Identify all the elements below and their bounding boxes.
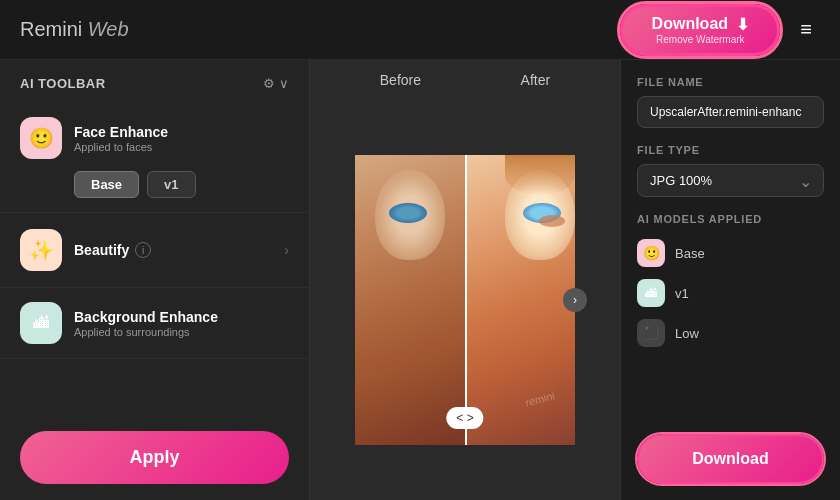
logo: Remini Web bbox=[20, 18, 129, 41]
file-type-select[interactable]: JPG 100% JPG 80% PNG WEBP bbox=[637, 164, 824, 197]
face-enhance-tool: 🙂 Face Enhance Applied to faces Base v1 bbox=[0, 103, 309, 213]
ai-toolbar-header: AI TOOLBAR ⚙ ∨ bbox=[0, 60, 309, 103]
beautify-icon: ✨ bbox=[20, 229, 62, 271]
sidebar: AI TOOLBAR ⚙ ∨ 🙂 Face Enhance Applied to… bbox=[0, 60, 310, 500]
beautify-arrow-icon: › bbox=[284, 242, 289, 258]
beautify-name: Beautify bbox=[74, 242, 129, 258]
background-enhance-tool: 🏙 Background Enhance Applied to surround… bbox=[0, 288, 309, 359]
before-label: Before bbox=[380, 72, 421, 88]
settings-chevron: ∨ bbox=[279, 76, 289, 91]
version-base-button[interactable]: Base bbox=[74, 171, 139, 198]
before-after-labels: Before After bbox=[310, 60, 620, 100]
download-icon: ⬇ bbox=[736, 15, 749, 34]
model-low-name: Low bbox=[675, 326, 699, 341]
before-image bbox=[355, 155, 465, 445]
beautify-info-button[interactable]: i bbox=[135, 242, 151, 258]
right-panel: FILE NAME UpscalerAfter.remini-enhanc FI… bbox=[620, 60, 840, 500]
face-enhance-header: 🙂 Face Enhance Applied to faces bbox=[20, 117, 289, 159]
image-area: Before After bbox=[310, 60, 620, 500]
logo-sub: Web bbox=[82, 18, 128, 40]
divider-handle[interactable]: < > bbox=[446, 407, 483, 429]
model-v1-name: v1 bbox=[675, 286, 689, 301]
ai-models-section: AI MODELS APPLIED 🙂 Base 🏙 v1 ⬛ Low bbox=[637, 213, 824, 418]
file-type-label: FILE TYPE bbox=[637, 144, 824, 156]
beautify-tool: ✨ Beautify i › bbox=[0, 213, 309, 288]
after-label: After bbox=[521, 72, 551, 88]
download-header-button[interactable]: Download ⬇ Remove Watermark bbox=[620, 4, 780, 56]
face-enhance-info: Face Enhance Applied to faces bbox=[74, 124, 289, 153]
face-enhance-name: Face Enhance bbox=[74, 124, 289, 140]
model-base-name: Base bbox=[675, 246, 705, 261]
model-v1: 🏙 v1 bbox=[637, 273, 824, 313]
main-layout: AI TOOLBAR ⚙ ∨ 🙂 Face Enhance Applied to… bbox=[0, 60, 840, 500]
ai-models-label: AI MODELS APPLIED bbox=[637, 213, 824, 225]
expand-button[interactable]: › bbox=[563, 288, 587, 312]
background-enhance-header: 🏙 Background Enhance Applied to surround… bbox=[20, 302, 289, 344]
image-container: › < > remini bbox=[310, 100, 620, 500]
file-name-input[interactable]: UpscalerAfter.remini-enhanc bbox=[637, 96, 824, 128]
apply-label: Apply bbox=[129, 447, 179, 467]
version-buttons: Base v1 bbox=[74, 171, 289, 198]
model-base: 🙂 Base bbox=[637, 233, 824, 273]
background-enhance-icon: 🏙 bbox=[20, 302, 62, 344]
download-header-label: Download ⬇ bbox=[652, 15, 749, 34]
model-base-icon: 🙂 bbox=[637, 239, 665, 267]
header-actions: Download ⬇ Remove Watermark ≡ bbox=[620, 4, 820, 56]
file-name-label: FILE NAME bbox=[637, 76, 824, 88]
model-low: ⬛ Low bbox=[637, 313, 824, 353]
header: Remini Web Download ⬇ Remove Watermark ≡ bbox=[0, 0, 840, 60]
file-type-wrapper: JPG 100% JPG 80% PNG WEBP bbox=[637, 164, 824, 197]
divider-line bbox=[465, 155, 467, 445]
face-enhance-icon: 🙂 bbox=[20, 117, 62, 159]
download-bottom-button[interactable]: Download bbox=[637, 434, 824, 484]
background-enhance-sub: Applied to surroundings bbox=[74, 326, 289, 338]
download-text: Download bbox=[652, 15, 728, 33]
logo-main: Remini bbox=[20, 18, 82, 40]
beautify-info: Beautify i bbox=[74, 242, 272, 258]
apply-section: Apply bbox=[0, 415, 309, 500]
model-v1-icon: 🏙 bbox=[637, 279, 665, 307]
apply-button[interactable]: Apply bbox=[20, 431, 289, 484]
download-bottom-label: Download bbox=[692, 450, 768, 467]
version-v1-button[interactable]: v1 bbox=[147, 171, 195, 198]
comparison-image: › < > remini bbox=[355, 155, 575, 445]
face-enhance-sub: Applied to faces bbox=[74, 141, 289, 153]
toolbar-settings-button[interactable]: ⚙ ∨ bbox=[263, 76, 289, 91]
ai-toolbar-title: AI TOOLBAR bbox=[20, 76, 106, 91]
after-image bbox=[465, 155, 575, 445]
model-low-icon: ⬛ bbox=[637, 319, 665, 347]
settings-icon: ⚙ bbox=[263, 76, 275, 91]
background-enhance-name: Background Enhance bbox=[74, 309, 289, 325]
divider-arrows: < > bbox=[456, 411, 473, 425]
remove-watermark-label: Remove Watermark bbox=[656, 34, 745, 45]
background-enhance-info: Background Enhance Applied to surroundin… bbox=[74, 309, 289, 338]
hamburger-button[interactable]: ≡ bbox=[792, 14, 820, 45]
